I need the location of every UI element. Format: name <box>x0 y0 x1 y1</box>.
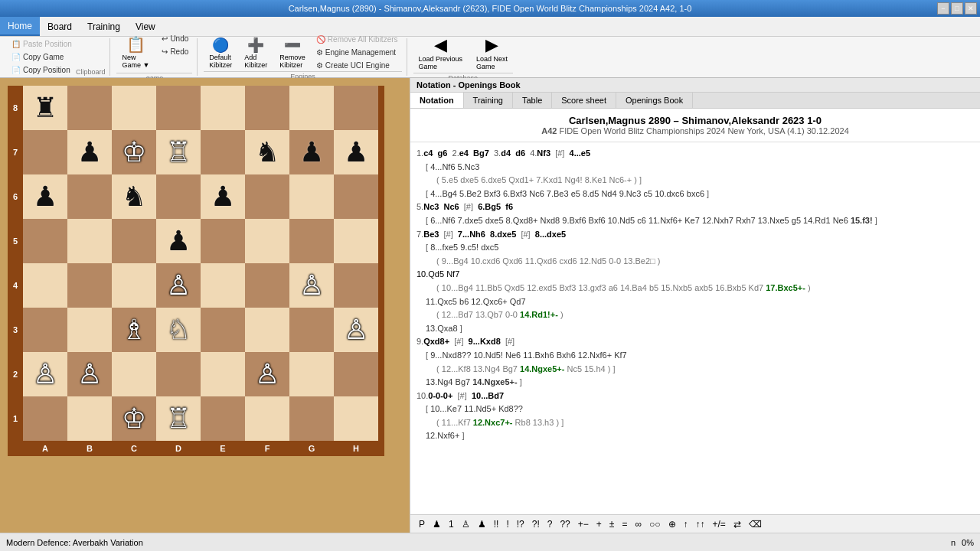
square-f6[interactable] <box>245 174 289 219</box>
square-a2[interactable]: ♙ <box>23 352 67 396</box>
paste-position-button[interactable]: 📋 Paste Position <box>8 38 76 50</box>
symbol-circles[interactable]: ○○ <box>647 519 663 530</box>
symbol-plus-minus[interactable]: +− <box>576 519 591 530</box>
square-d2[interactable] <box>156 352 201 396</box>
square-h6[interactable] <box>334 174 378 219</box>
square-d4[interactable]: ♙ <box>156 263 201 308</box>
square-b7[interactable]: ♟ <box>67 130 112 174</box>
chess-board[interactable]: 8♜7♟♔♖♞♟♟6♟♞♟5♟4♙♙3♗♘♙2♙♙♙1♔♖ABCDEFGH <box>8 86 384 456</box>
square-a6[interactable]: ♟ <box>23 174 67 219</box>
square-c2[interactable] <box>112 352 156 396</box>
square-a1[interactable] <box>23 396 67 441</box>
square-h7[interactable]: ♟ <box>334 130 378 174</box>
remove-all-kibitzers-button[interactable]: 🚫 Remove All Kibitzers <box>312 34 402 45</box>
square-g7[interactable]: ♟ <box>289 130 334 174</box>
square-g6[interactable] <box>289 174 334 219</box>
square-h1[interactable] <box>334 396 378 441</box>
square-d6[interactable] <box>156 174 201 219</box>
square-e2[interactable] <box>201 352 245 396</box>
square-e1[interactable] <box>201 396 245 441</box>
square-b8[interactable] <box>67 86 112 130</box>
square-b4[interactable] <box>67 263 112 308</box>
new-game-button[interactable]: 📋 NewGame ▼ <box>116 33 155 71</box>
square-g1[interactable] <box>289 396 334 441</box>
tab-score-sheet[interactable]: Score sheet <box>552 93 616 108</box>
square-e6[interactable]: ♟ <box>201 174 245 219</box>
square-a5[interactable] <box>23 219 67 263</box>
symbol-double-excl[interactable]: !! <box>492 519 501 530</box>
square-a7[interactable] <box>23 130 67 174</box>
symbol-q[interactable]: ? <box>545 519 555 530</box>
square-f2[interactable]: ♙ <box>245 352 289 396</box>
symbol-equal[interactable]: = <box>619 519 629 530</box>
square-d8[interactable] <box>156 86 201 130</box>
square-g5[interactable] <box>289 219 334 263</box>
load-next-game-button[interactable]: ▶ Load NextGame <box>471 33 513 73</box>
square-b1[interactable] <box>67 396 112 441</box>
tab-table[interactable]: Table <box>513 93 552 108</box>
symbol-plus-slash-eq[interactable]: +/= <box>710 519 728 530</box>
square-c3[interactable]: ♗ <box>112 308 156 352</box>
square-e7[interactable] <box>201 130 245 174</box>
tab-notation[interactable]: Notation <box>410 93 464 108</box>
square-d5[interactable]: ♟ <box>156 219 201 263</box>
symbol-black-pawn2[interactable]: ♟ <box>475 519 488 530</box>
tab-openings-book[interactable]: Openings Book <box>616 93 693 108</box>
square-e3[interactable] <box>201 308 245 352</box>
minimize-button[interactable]: − <box>937 2 949 15</box>
symbol-excl-q[interactable]: !? <box>514 519 527 530</box>
square-f3[interactable] <box>245 308 289 352</box>
menu-home[interactable]: Home <box>0 17 40 36</box>
symbol-white-pawn2[interactable]: ♙ <box>459 519 472 530</box>
square-c5[interactable] <box>112 219 156 263</box>
symbol-pluseq[interactable]: ± <box>607 519 617 530</box>
square-h3[interactable]: ♙ <box>334 308 378 352</box>
square-c1[interactable]: ♔ <box>112 396 156 441</box>
square-e8[interactable] <box>201 86 245 130</box>
square-f5[interactable] <box>245 219 289 263</box>
square-f7[interactable]: ♞ <box>245 130 289 174</box>
symbol-black-pawn[interactable]: ♟ <box>430 519 443 530</box>
square-h5[interactable] <box>334 219 378 263</box>
copy-game-button[interactable]: 📄 Copy Game <box>8 51 76 63</box>
add-kibitzer-button[interactable]: ➕ AddKibitzer <box>239 34 273 71</box>
symbol-backspace[interactable]: ⌫ <box>746 519 764 530</box>
square-b6[interactable] <box>67 174 112 219</box>
symbol-q-excl[interactable]: ?! <box>530 519 542 530</box>
square-a4[interactable] <box>23 263 67 308</box>
square-c8[interactable] <box>112 86 156 130</box>
square-a8[interactable]: ♜ <box>23 86 67 130</box>
default-kibitzer-button[interactable]: 🔵 DefaultKibitzer <box>204 34 237 71</box>
square-g2[interactable] <box>289 352 334 396</box>
create-uci-engine-button[interactable]: ⚙ Create UCI Engine <box>312 60 402 71</box>
undo-button[interactable]: ↩ Undo <box>158 33 192 44</box>
maximize-button[interactable]: □ <box>951 2 963 15</box>
square-f8[interactable] <box>245 86 289 130</box>
square-h4[interactable] <box>334 263 378 308</box>
load-previous-game-button[interactable]: ◀ Load PreviousGame <box>413 33 469 73</box>
engine-management-button[interactable]: ⚙ Engine Management <box>312 47 402 58</box>
square-b3[interactable] <box>67 308 112 352</box>
square-e5[interactable] <box>201 219 245 263</box>
square-a3[interactable] <box>23 308 67 352</box>
symbol-pawn[interactable]: P <box>416 519 427 530</box>
symbol-excl[interactable]: ! <box>504 519 511 530</box>
square-b2[interactable]: ♙ <box>67 352 112 396</box>
remove-kibitzer-button[interactable]: ➖ RemoveKibitzer <box>274 34 311 71</box>
square-g4[interactable]: ♙ <box>289 263 334 308</box>
square-d3[interactable]: ♘ <box>156 308 201 352</box>
square-c6[interactable]: ♞ <box>112 174 156 219</box>
square-d7[interactable]: ♖ <box>156 130 201 174</box>
notation-content[interactable]: 1.c4 g6 2.e4 Bg7 3.d4 d6 4.Nf3 [#] 4...e… <box>410 142 980 514</box>
square-h8[interactable] <box>334 86 378 130</box>
square-h2[interactable] <box>334 352 378 396</box>
square-g3[interactable] <box>289 308 334 352</box>
square-g8[interactable] <box>289 86 334 130</box>
square-b5[interactable] <box>67 219 112 263</box>
square-e4[interactable] <box>201 263 245 308</box>
square-c4[interactable] <box>112 263 156 308</box>
square-d1[interactable]: ♖ <box>156 396 201 441</box>
symbol-1[interactable]: 1 <box>446 519 456 530</box>
symbol-arrows[interactable]: ⇄ <box>731 519 743 530</box>
symbol-up2[interactable]: ↑↑ <box>694 519 707 530</box>
